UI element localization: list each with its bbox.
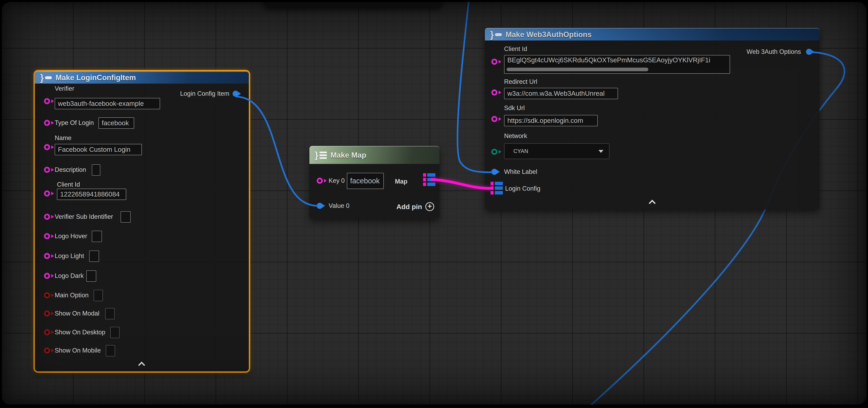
graph-canvas[interactable]: } Make LoginConfigItem Login Config Item… (2, 2, 866, 405)
wires-front-layer (2, 2, 866, 405)
blueprint-editor-viewport: } Make LoginConfigItem Login Config Item… (0, 0, 868, 408)
wire-login-config-item-to-value0[interactable] (236, 97, 318, 206)
wire-map-to-login-config[interactable] (431, 179, 492, 189)
wire-offscreen-to-white-label[interactable] (458, 2, 493, 172)
wire-web3auth-options-out-head[interactable] (809, 52, 844, 89)
